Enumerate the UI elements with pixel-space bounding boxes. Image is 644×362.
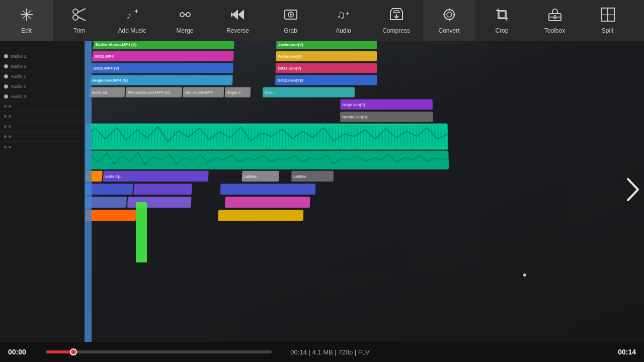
clip-angie2[interactable]: Angie.s bbox=[225, 87, 251, 97]
svg-text:+: + bbox=[134, 7, 138, 15]
audio-row-2 bbox=[79, 183, 637, 195]
progress-bar[interactable] bbox=[46, 350, 272, 353]
track-row-1: Esther M.con.MP4 (V) Javier.con(V) bbox=[93, 41, 624, 50]
convert-label: Convert bbox=[438, 27, 459, 34]
timeline-section: tracks 1 tracks 2 Audio 1 Audio 2 Audio … bbox=[0, 41, 644, 342]
audio-clip-3[interactable]: Ladtime bbox=[242, 171, 279, 182]
svg-line-7 bbox=[77, 17, 86, 21]
tool-merge[interactable]: Merge bbox=[158, 0, 211, 41]
svg-text:♫: ♫ bbox=[337, 9, 345, 21]
audio-clip-4[interactable]: Ladtime bbox=[291, 171, 334, 182]
progress-thumb[interactable] bbox=[70, 348, 77, 355]
grab-icon bbox=[283, 7, 299, 25]
waveform-track-1[interactable] bbox=[84, 124, 448, 150]
track-label-1: tracks 1 bbox=[0, 51, 85, 61]
track-label-4: Audio 2 bbox=[0, 81, 85, 92]
audio-seg-pink[interactable] bbox=[225, 197, 310, 208]
edit-icon bbox=[19, 7, 35, 25]
waveform-track-2[interactable] bbox=[82, 151, 449, 169]
clip-angie[interactable]: Angie.con.MP4 (V) bbox=[90, 75, 232, 85]
tool-convert[interactable]: Convert bbox=[423, 0, 475, 41]
track-row-7: Nenita.con(V) bbox=[86, 111, 630, 123]
tool-add-music[interactable]: ♪ + Add Music bbox=[106, 0, 158, 41]
audio-seg-purple-1[interactable] bbox=[133, 184, 192, 195]
trim-icon bbox=[71, 7, 88, 25]
clip-javier-v[interactable]: Javier.con(V) bbox=[276, 41, 377, 49]
track-row-5: Javier.sd Alexandra.con.MP4 (V) Daniel.s… bbox=[89, 86, 628, 98]
svg-point-5 bbox=[73, 9, 78, 14]
reverse-icon bbox=[230, 7, 246, 25]
grab-label: Grab bbox=[284, 27, 297, 34]
toolbox-icon bbox=[547, 7, 563, 25]
track-label-3: Audio 1 bbox=[0, 71, 85, 81]
clip-g012-v2[interactable]: G012.con(V)2 bbox=[275, 75, 377, 85]
add-music-icon: ♪ + bbox=[124, 7, 140, 25]
white-dot-indicator-2 bbox=[523, 274, 526, 277]
track-row-2: G012.MP4 Anita.con(V) bbox=[92, 51, 625, 62]
svg-rect-34 bbox=[499, 12, 505, 18]
next-arrow[interactable] bbox=[626, 177, 640, 206]
clip-hugo[interactable]: Hugo.con(V) bbox=[340, 100, 433, 110]
split-icon bbox=[600, 7, 616, 25]
bottom-bar: 00:00 00:14 | 4.1 MB | 720p | FLV 00:14 bbox=[0, 342, 644, 362]
green-marker bbox=[136, 202, 147, 262]
clip-g012-v[interactable]: G012.MP4 (V) bbox=[91, 63, 233, 73]
audio-row-1: ⚙ audio clip... Ladtime Ladtime bbox=[80, 170, 636, 182]
track-row-4: Angie.con.MP4 (V) G012.con(V)2 bbox=[90, 74, 627, 85]
svg-point-10 bbox=[180, 13, 184, 17]
clip-disc[interactable]: Disc... bbox=[263, 87, 355, 97]
track-label-5: Audio 3 bbox=[0, 92, 85, 102]
svg-point-24 bbox=[444, 10, 454, 20]
tool-reverse[interactable]: Reverse bbox=[211, 0, 264, 41]
svg-text:+: + bbox=[346, 10, 349, 17]
svg-point-25 bbox=[447, 12, 452, 17]
playhead-bar[interactable] bbox=[85, 41, 92, 342]
split-label: Split bbox=[602, 27, 613, 34]
clip-alexandra[interactable]: Alexandra.con.MP4 (V) bbox=[125, 87, 182, 97]
track-row-3: G012.MP4 (V) G012.con(V) bbox=[91, 63, 626, 74]
tracks-container: Esther M.con.MP4 (V) Javier.con(V) G012.… bbox=[77, 41, 640, 223]
tool-toolbox[interactable]: Toolbox bbox=[528, 0, 581, 41]
svg-marker-14 bbox=[238, 10, 244, 20]
tool-edit[interactable]: Edit bbox=[0, 0, 53, 41]
clip-g012-r[interactable]: G012.con(V) bbox=[276, 63, 377, 73]
time-total: 00:14 bbox=[606, 348, 636, 356]
tool-trim[interactable]: Trim bbox=[53, 0, 106, 41]
svg-marker-13 bbox=[232, 10, 238, 20]
edit-label: Edit bbox=[21, 27, 32, 34]
tool-compress[interactable]: Compress bbox=[370, 0, 423, 41]
clip-esther-v[interactable]: Esther M.con.MP4 (V) bbox=[93, 41, 234, 49]
track-label-2: tracks 2 bbox=[0, 61, 85, 71]
audio-clip-2[interactable]: audio clip... bbox=[103, 171, 208, 182]
svg-rect-43 bbox=[84, 124, 448, 150]
compress-icon bbox=[388, 7, 405, 25]
merge-icon bbox=[177, 7, 193, 25]
tool-grab[interactable]: Grab bbox=[264, 0, 317, 41]
audio-seg-yellow[interactable] bbox=[218, 210, 303, 221]
clip-javier-sd[interactable]: Javier.sd bbox=[89, 87, 125, 97]
time-current: 00:00 bbox=[8, 348, 38, 356]
track-row-6: Hugo.con(V) bbox=[88, 99, 630, 110]
clip-daniel[interactable]: Daniel.sol.MP4 bbox=[183, 87, 224, 97]
dots-row-5 bbox=[0, 142, 85, 152]
audio-row-4 bbox=[77, 209, 640, 221]
crop-label: Crop bbox=[495, 27, 508, 34]
tool-split[interactable]: Split bbox=[581, 0, 634, 41]
audio-label: Audio bbox=[336, 27, 351, 34]
audio-seg-blue-2[interactable] bbox=[220, 184, 316, 195]
toolbar: Edit Trim ♪ + Add Music bbox=[0, 0, 644, 41]
clip-anita[interactable]: Anita.con(V) bbox=[276, 51, 377, 61]
tool-crop[interactable]: Crop bbox=[475, 0, 528, 41]
left-panel: tracks 1 tracks 2 Audio 1 Audio 2 Audio … bbox=[0, 41, 86, 342]
tool-audio[interactable]: ♫ + Audio bbox=[317, 0, 370, 41]
svg-marker-22 bbox=[393, 11, 399, 13]
clip-g012[interactable]: G012.MP4 bbox=[92, 51, 234, 61]
file-info: 00:14 | 4.1 MB | 720p | FLV bbox=[280, 348, 380, 356]
svg-point-18 bbox=[290, 14, 292, 16]
compress-label: Compress bbox=[382, 27, 410, 34]
audio-row-3 bbox=[78, 196, 638, 208]
add-music-label: Add Music bbox=[118, 27, 146, 34]
clip-nenita[interactable]: Nenita.con(V) bbox=[340, 112, 433, 122]
toolbox-label: Toolbox bbox=[544, 27, 565, 34]
reverse-label: Reverse bbox=[226, 27, 249, 34]
